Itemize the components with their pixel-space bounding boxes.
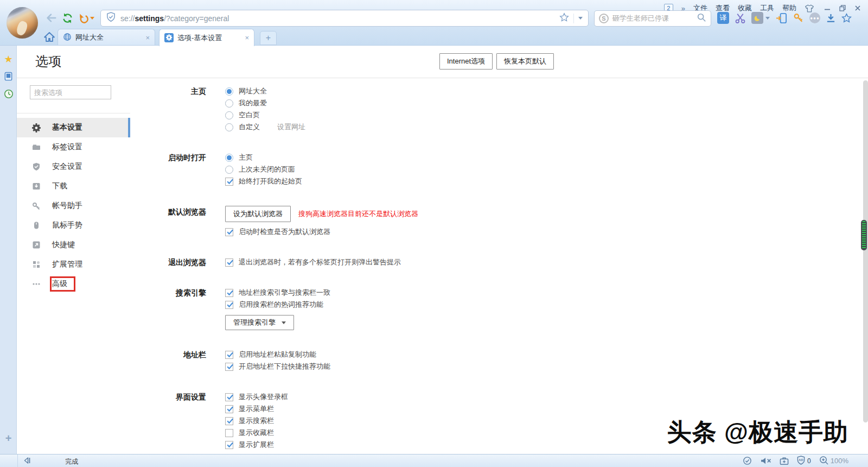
search-box[interactable]: S 砸学生老师已停课 <box>594 10 711 27</box>
sidebar-item[interactable]: 帐号助手 <box>17 196 130 216</box>
tab-options-settings[interactable]: 选项-基本设置× <box>159 29 254 46</box>
sidebar-item[interactable]: 鼠标手势 <box>17 216 130 235</box>
favorites-star-icon[interactable]: ★ <box>3 54 14 64</box>
tab-site-directory[interactable]: 网址大全× <box>58 29 155 46</box>
checkbox-option[interactable]: 启用搜索栏的热词推荐功能 <box>225 299 330 311</box>
home-icon[interactable] <box>42 30 56 43</box>
checkbox-option[interactable]: 始终打开我的起始页 <box>225 175 302 187</box>
mobile-screen-icon[interactable] <box>3 71 14 81</box>
ad-filter-group[interactable]: AD 0 <box>797 456 811 466</box>
radio-control[interactable] <box>225 123 233 131</box>
scrollbar-thumb[interactable] <box>861 220 867 250</box>
radio-option[interactable]: 网址大全 <box>225 85 305 97</box>
radio-option[interactable]: 主页 <box>225 152 302 163</box>
checkbox-control[interactable] <box>225 441 233 449</box>
sidebar-item[interactable]: 快捷键 <box>17 235 130 255</box>
option-label: 自定义 <box>239 122 260 132</box>
internet-options-button[interactable]: Internet选项 <box>439 53 493 70</box>
more-tools-icon[interactable]: ●●● <box>809 12 820 23</box>
strip-add-icon[interactable]: + <box>3 433 14 443</box>
option-label: 空白页 <box>239 110 260 120</box>
checkbox-option[interactable]: 开启地址栏下拉快捷推荐功能 <box>225 361 330 373</box>
night-mode-icon[interactable] <box>751 12 770 24</box>
screenshot-scissors-icon[interactable] <box>735 12 746 24</box>
bookmark-star-icon[interactable] <box>841 13 852 23</box>
checkbox-control[interactable] <box>225 228 233 236</box>
extensions-icon <box>31 260 41 269</box>
checkbox-control[interactable] <box>225 429 233 437</box>
checkbox-control[interactable] <box>225 178 233 186</box>
checkbox-option[interactable]: 地址栏搜索引擎与搜索栏一致 <box>225 287 330 299</box>
tab-close-icon[interactable]: × <box>245 34 249 41</box>
settings-section: 地址栏启用地址栏粘贴复制功能开启地址栏下拉快捷推荐功能 <box>130 349 863 373</box>
send-to-phone-icon[interactable] <box>775 12 788 24</box>
section-label: 退出浏览器 <box>130 256 206 268</box>
zoom-group[interactable]: 100% <box>819 456 848 466</box>
gear-tab-icon <box>164 33 174 43</box>
sidebar-item[interactable]: 基本设置 <box>17 118 130 137</box>
scrollbar-track[interactable] <box>863 80 868 422</box>
collapse-sidebar-icon[interactable] <box>23 457 33 465</box>
checkbox-control[interactable] <box>225 393 233 401</box>
refresh-icon[interactable] <box>61 11 74 24</box>
search-magnifier-icon[interactable] <box>697 12 706 24</box>
translate-icon[interactable]: 译 <box>717 12 729 24</box>
checkbox-control[interactable] <box>225 417 233 425</box>
manage-search-engines-button[interactable]: 管理搜索引擎 <box>225 315 294 330</box>
undo-closed-tab-icon[interactable] <box>76 11 90 24</box>
checkbox-option[interactable]: 启用地址栏粘贴复制功能 <box>225 349 330 361</box>
restore-defaults-button[interactable]: 恢复本页默认 <box>496 53 554 70</box>
sidebar-item[interactable]: 标签设置 <box>17 137 130 157</box>
address-bar[interactable]: se://settings/?category=general <box>100 10 589 27</box>
address-dropdown-caret-icon[interactable] <box>578 17 583 20</box>
radio-control[interactable] <box>225 166 233 174</box>
checkbox-option[interactable]: 显示搜索栏 <box>225 415 288 427</box>
page-security-icon[interactable] <box>743 456 752 465</box>
sidebar-item[interactable]: 高级 <box>17 274 130 294</box>
checkbox-control[interactable] <box>225 405 233 413</box>
checkbox-control[interactable] <box>225 351 233 359</box>
bookmark-page-star-icon[interactable] <box>559 12 569 24</box>
settings-search-input[interactable] <box>30 85 111 99</box>
close-icon[interactable] <box>853 4 863 12</box>
back-icon[interactable] <box>44 11 58 24</box>
radio-control[interactable] <box>225 87 233 96</box>
sidebar-item[interactable]: 扩展管理 <box>17 255 130 274</box>
download-manager-icon[interactable] <box>826 13 836 23</box>
red-highlight-box <box>50 276 75 292</box>
radio-option[interactable]: 空白页 <box>225 109 305 121</box>
history-clock-icon[interactable] <box>3 89 14 99</box>
url-text[interactable]: se://settings/?category=general <box>120 14 229 23</box>
radio-control[interactable] <box>225 154 233 162</box>
checkbox-option[interactable]: 显示扩展栏 <box>225 439 288 451</box>
site-security-shield-icon[interactable] <box>106 12 116 24</box>
checkbox-control[interactable] <box>225 258 233 267</box>
password-key-icon[interactable] <box>793 12 804 23</box>
radio-option[interactable]: 上次未关闭的页面 <box>225 163 302 175</box>
checkbox-option[interactable]: 退出浏览器时，若有多个标签页打开则弹出警告提示 <box>225 256 401 268</box>
dropdown-row: 管理搜索引擎 <box>225 315 330 330</box>
radio-control[interactable] <box>225 99 233 108</box>
radio-control[interactable] <box>225 111 233 119</box>
user-avatar[interactable] <box>7 7 38 39</box>
checkbox-control[interactable] <box>225 363 233 371</box>
new-tab-button[interactable]: + <box>260 31 277 45</box>
zoom-level: 100% <box>831 457 848 465</box>
checkbox-option[interactable]: 显示菜单栏 <box>225 403 288 415</box>
undo-dropdown-caret-icon[interactable] <box>90 17 94 20</box>
checkbox-option[interactable]: 显示头像登录框 <box>225 391 288 403</box>
checkbox-option[interactable]: 显示收藏栏 <box>225 427 288 439</box>
checkbox-control[interactable] <box>225 289 233 297</box>
checkbox-control[interactable] <box>225 301 233 309</box>
sidebar-item[interactable]: 下载 <box>17 176 130 196</box>
toolbox-icon[interactable] <box>780 457 789 465</box>
search-input[interactable]: 砸学生老师已停课 <box>612 14 693 23</box>
radio-option[interactable]: 我的最爱 <box>225 97 305 109</box>
set-default-browser-button[interactable]: 设为默认浏览器 <box>225 206 291 222</box>
set-url-link[interactable]: 设置网址 <box>277 122 305 132</box>
mute-icon[interactable] <box>760 457 771 465</box>
checkbox-option[interactable]: 启动时检查是否为默认浏览器 <box>225 226 418 238</box>
radio-option[interactable]: 自定义设置网址 <box>225 121 305 133</box>
tab-close-icon[interactable]: × <box>145 34 150 41</box>
sidebar-item[interactable]: 安全设置 <box>17 157 130 176</box>
